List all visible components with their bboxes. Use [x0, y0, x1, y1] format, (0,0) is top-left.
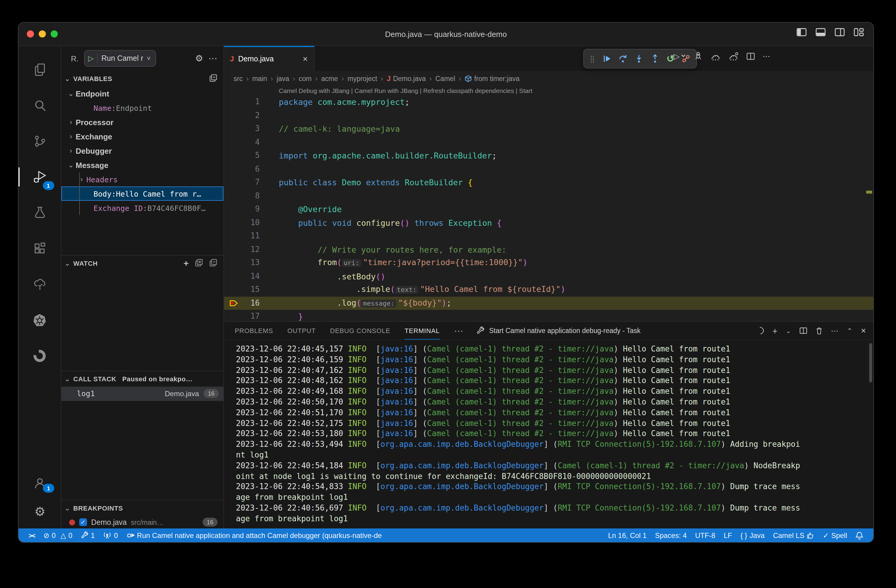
variable-row-exchange-id-[interactable]: Exchange ID: B74C46FC8B0F… [61, 201, 223, 215]
ports-status[interactable]: 0 [99, 529, 122, 542]
testing-icon[interactable] [18, 195, 61, 230]
breadcrumb-item-java[interactable]: java [277, 75, 289, 82]
remove-all-expressions-icon[interactable] [195, 258, 203, 268]
camel-ls-status[interactable]: Camel LS [769, 531, 818, 539]
close-window-button[interactable] [27, 30, 34, 38]
code-editor[interactable]: Camel Debug with JBang | Camel Run with … [224, 86, 873, 321]
language-status[interactable]: { } Java [736, 531, 769, 539]
variables-header[interactable]: ⌄ VARIABLES [61, 71, 223, 86]
terminal-scrollbar[interactable] [869, 343, 872, 382]
code-line-10[interactable]: 10 public void configure() throws Except… [224, 216, 873, 229]
spell-status[interactable]: ✓ Spell [819, 531, 852, 539]
collapse-all-icon[interactable] [209, 74, 218, 84]
run-and-debug-icon[interactable]: 1 [18, 159, 61, 195]
breakpoint-checkbox[interactable]: ✓ [79, 518, 87, 526]
watch-header[interactable]: ⌄ WATCH + [61, 255, 223, 271]
new-terminal-icon[interactable]: + [773, 326, 778, 336]
minimize-window-button[interactable] [39, 30, 46, 38]
call-stack-header[interactable]: ⌄ CALL STACK Paused on breakpo… [61, 370, 223, 387]
customize-layout-icon[interactable] [854, 28, 864, 37]
variable-row-message[interactable]: ⌄Message [61, 158, 223, 172]
stack-frame-row[interactable]: log1 Demo.java 16 [61, 387, 223, 401]
code-line-3[interactable]: 3// camel-k: language=java [224, 122, 873, 136]
collapse-all-icon[interactable] [209, 258, 218, 268]
encoding-status[interactable]: UTF-8 [691, 531, 720, 539]
step-out-icon[interactable] [651, 54, 660, 63]
terminal-dropdown-icon[interactable]: ⌄ [786, 328, 791, 334]
notifications-bell-icon[interactable] [851, 531, 867, 539]
code-line-9[interactable]: 9 @Override [224, 203, 873, 216]
breadcrumb-item-from-timer-java[interactable]: from timer:java [465, 75, 520, 82]
source-control-icon[interactable] [18, 123, 61, 159]
variable-row-body-[interactable]: Body: Hello Camel from r… [61, 186, 223, 201]
variable-row-endpoint[interactable]: ⌄Endpoint [61, 86, 223, 101]
breadcrumb-item-camel[interactable]: Camel [436, 75, 455, 82]
tab-demo-java[interactable]: J Demo.java ✕ [224, 46, 315, 71]
breadcrumb-item-acme[interactable]: acme [321, 75, 338, 82]
panel-tab-problems[interactable]: PROBLEMS [235, 322, 273, 340]
variable-row-processor[interactable]: ›Processor [61, 115, 223, 129]
cursor-position[interactable]: Ln 16, Col 1 [604, 531, 651, 539]
code-line-2[interactable]: 2 [224, 109, 873, 122]
debug-views-more-icon[interactable]: ⋯ [209, 53, 218, 64]
split-terminal-icon[interactable] [799, 327, 807, 334]
tree-check-icon[interactable] [18, 266, 61, 302]
camel-debug-icon[interactable] [728, 52, 739, 61]
panel-more-actions-icon[interactable]: ⋯ [831, 326, 838, 335]
configure-gear-icon[interactable]: ⚙ [195, 53, 203, 64]
terminal-output[interactable]: 2023-12-06 22:40:45,157 INFO [java:16] (… [224, 340, 873, 529]
breadcrumb-item-myproject[interactable]: myproject [347, 75, 377, 82]
eol-status[interactable]: LF [720, 531, 736, 539]
settings-gear-icon[interactable]: ⚙ [18, 497, 61, 526]
code-line-4[interactable]: 4 [224, 136, 873, 149]
code-line-1[interactable]: 1package com.acme.myproject; [224, 95, 873, 109]
debug-status[interactable]: Run Camel native application and attach … [122, 529, 386, 542]
breakpoints-header[interactable]: ⌄ BREAKPOINTS [61, 500, 223, 516]
running-tasks-status[interactable]: 1 [76, 529, 99, 542]
code-line-14[interactable]: 14 .setBody() [224, 270, 873, 283]
step-into-icon[interactable] [634, 54, 643, 63]
step-over-icon[interactable] [619, 54, 627, 63]
start-debug-icon[interactable]: ▷ [88, 54, 93, 62]
code-line-7[interactable]: 7public class Demo extends RouteBuilder … [224, 176, 873, 189]
code-line-13[interactable]: 13 from(uri:"timer:java?period={{time:10… [224, 256, 873, 270]
explorer-icon[interactable] [18, 52, 61, 88]
breadcrumb-item-com[interactable]: com [299, 75, 312, 82]
accounts-icon[interactable]: 1 [18, 469, 61, 497]
extensions-icon[interactable] [18, 230, 61, 266]
kill-terminal-icon[interactable] [815, 327, 823, 335]
codelens-actions[interactable]: Camel Debug with JBang | Camel Run with … [224, 86, 873, 95]
code-line-16[interactable]: 16 .log(message:"${body}"); [224, 296, 873, 310]
code-line-15[interactable]: 15 .simple(text:"Hello Camel from ${rout… [224, 283, 873, 296]
code-line-6[interactable]: 6 [224, 162, 873, 176]
code-line-8[interactable]: 8 [224, 189, 873, 203]
kubernetes-icon[interactable] [18, 302, 61, 338]
code-line-12[interactable]: 12 // Write your routes here, for exampl… [224, 243, 873, 256]
restart-icon[interactable]: ↺ [667, 53, 675, 64]
continue-icon[interactable] [602, 54, 611, 63]
panel-tab-output[interactable]: OUTPUT [288, 322, 316, 340]
variable-row-debugger[interactable]: ›Debugger [61, 143, 223, 158]
variable-row-exchange[interactable]: ›Exchange [61, 129, 223, 143]
run-java-button[interactable]: ▷ [674, 52, 686, 61]
panel-tab-debug-console[interactable]: DEBUG CONSOLE [330, 322, 390, 340]
maximize-panel-icon[interactable]: ⌃ [847, 327, 852, 335]
toggle-panel-icon[interactable] [815, 28, 826, 37]
openshift-icon[interactable] [18, 338, 61, 373]
toolbar-drag-handle[interactable]: ⣿ [590, 55, 595, 63]
add-expression-icon[interactable]: + [183, 258, 189, 268]
breakpoint-row[interactable]: ✓ Demo.java src/main… 16 [61, 516, 223, 529]
code-line-11[interactable]: 11 [224, 229, 873, 243]
variable-row-headers[interactable]: ›Headers [61, 172, 223, 186]
split-editor-icon[interactable] [747, 52, 755, 60]
breadcrumb-item-main[interactable]: main [252, 75, 267, 82]
toggle-primary-sidebar-icon[interactable] [797, 28, 807, 37]
terminal-task-item[interactable]: Start Camel native application debug-rea… [477, 326, 640, 335]
search-icon[interactable] [18, 88, 61, 123]
breadcrumb-item-src[interactable]: src [233, 75, 243, 82]
variable-row-name-[interactable]: Name: Endpoint [61, 101, 223, 115]
code-line-5[interactable]: 5import org.apache.camel.builder.RouteBu… [224, 149, 873, 162]
toggle-secondary-sidebar-icon[interactable] [835, 28, 845, 37]
quarkus-rocket-icon[interactable] [693, 51, 703, 61]
launch-config-dropdown[interactable]: ▷ Run Camel r ˅ [84, 50, 156, 67]
